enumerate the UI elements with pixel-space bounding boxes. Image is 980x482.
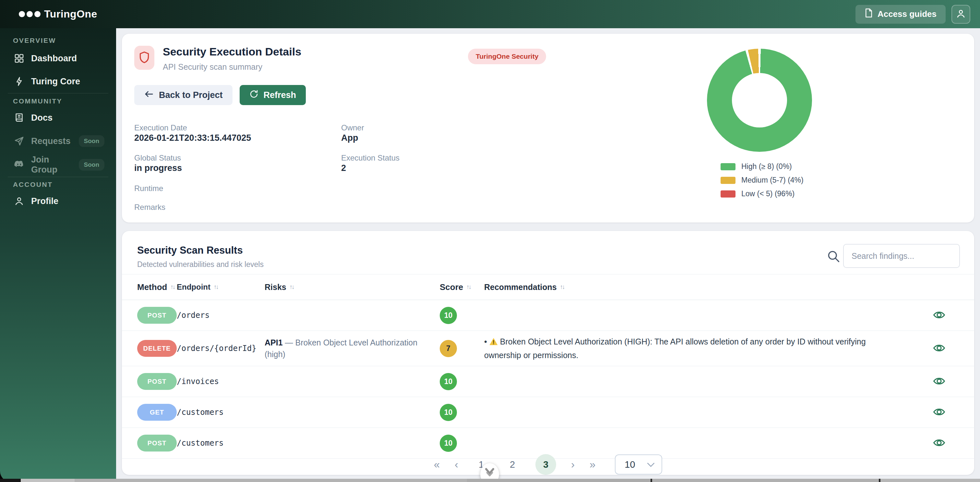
sidebar-divider [8, 93, 108, 94]
taskbar-segment [0, 479, 21, 482]
next-page-button[interactable]: › [571, 458, 574, 471]
taskbar-segment [880, 479, 980, 482]
risk-donut-chart [707, 49, 812, 152]
recommendations-cell [484, 377, 904, 386]
column-header-score[interactable]: Score↑↓ [440, 282, 484, 292]
access-guides-button[interactable]: Access guides [856, 5, 946, 24]
legend-label: Low (< 5) (96%) [741, 189, 794, 198]
refresh-button[interactable]: Refresh [240, 85, 306, 105]
logo-dot [19, 11, 25, 17]
sidebar-item-join-group[interactable]: Join Group Soon [9, 155, 109, 174]
sidebar-item-requests[interactable]: Requests Soon [9, 132, 109, 151]
eye-icon [933, 444, 946, 449]
score-badge: 7 [440, 340, 457, 357]
last-page-button[interactable]: » [590, 458, 595, 471]
endpoint-cell: /customers [177, 408, 265, 417]
column-header-endpoint[interactable]: Endpoint↑↓ [177, 283, 265, 292]
sidebar-item-turing-core[interactable]: Turing Core [9, 72, 109, 91]
column-label: Risks [265, 281, 286, 293]
column-header-recommendations[interactable]: Recommendations↑↓ [484, 281, 904, 293]
sidebar-section-overview: OVERVIEW [13, 37, 56, 45]
field-label: Runtime [134, 184, 163, 193]
back-button-label: Back to Project [159, 90, 223, 100]
column-label: Recommendations [484, 281, 557, 293]
search-icon [826, 249, 840, 265]
score-badge: 10 [440, 373, 457, 390]
access-guides-label: Access guides [878, 9, 937, 19]
risk-text: — Broken Object Level Authorization (hig… [265, 338, 417, 359]
document-icon [865, 8, 873, 20]
prev-page-button[interactable]: ‹ [455, 458, 458, 471]
soon-badge: Soon [79, 159, 105, 170]
top-bar: TuringOne Access guides [0, 0, 980, 28]
view-details-button[interactable] [931, 405, 948, 420]
sidebar-item-dashboard[interactable]: Dashboard [9, 49, 109, 68]
sidebar-divider [8, 177, 108, 177]
view-details-button[interactable] [931, 308, 948, 323]
column-header-method[interactable]: Method↑↓ [122, 282, 177, 292]
score-badge: 10 [440, 404, 457, 421]
table-row: DELETE /orders/{orderId} API1 — Broken O… [122, 331, 974, 366]
chart-legend: High (≥ 8) (0%) Medium (5-7) (4%) Low (<… [721, 162, 803, 198]
endpoint-cell: /orders [177, 311, 265, 320]
donut-hole [732, 73, 787, 127]
bullet: • [484, 337, 487, 346]
field-value-execution-status: 2 [341, 163, 346, 173]
view-details-button[interactable] [931, 374, 948, 389]
table-body: POST /orders 10 DELETE [122, 300, 974, 459]
sidebar-item-profile[interactable]: Profile [9, 192, 109, 210]
table-row: GET /customers 10 [122, 397, 974, 428]
legend-label: Medium (5-7) (4%) [741, 176, 803, 185]
person-icon [14, 196, 25, 206]
refresh-icon [250, 89, 258, 101]
view-details-button[interactable] [931, 341, 948, 356]
method-badge: POST [137, 307, 177, 324]
logo-dot [27, 11, 33, 17]
send-icon [14, 136, 25, 146]
legend-row-medium: Medium (5-7) (4%) [721, 176, 803, 185]
legend-swatch [721, 190, 735, 197]
field-value-owner: App [341, 133, 358, 143]
sidebar-item-docs[interactable]: Docs [9, 108, 109, 127]
person-icon [956, 8, 966, 20]
discord-icon [14, 160, 25, 170]
page-button-2[interactable]: 2 [504, 459, 520, 470]
sort-icon: ↑↓ [560, 281, 564, 293]
sidebar-item-label: Turing Core [31, 76, 80, 87]
first-page-button[interactable]: « [434, 458, 440, 471]
page-button-3-active[interactable]: 3 [535, 454, 556, 475]
sidebar-section-account: ACCOUNT [13, 181, 53, 188]
column-header-risks[interactable]: Risks↑↓ [265, 281, 440, 293]
results-title: Security Scan Results [137, 245, 243, 256]
risk-code: API1 [265, 338, 283, 347]
sort-icon: ↑↓ [290, 281, 294, 293]
legend-label: High (≥ 8) (0%) [741, 162, 792, 171]
main-content: Security Execution Details API Security … [116, 28, 980, 482]
method-badge: POST [137, 373, 177, 390]
recommendations-cell: •Broken Object Level Authorization (HIGH… [484, 331, 904, 366]
recommendations-cell [484, 311, 904, 320]
profile-menu-button[interactable] [951, 5, 970, 24]
sidebar-item-label: Requests [31, 136, 71, 146]
results-subtitle: Detected vulnerabilities and risk levels [137, 260, 264, 269]
score-badge: 10 [440, 435, 457, 452]
score-badge: 10 [440, 307, 457, 324]
page-size-value: 10 [625, 459, 635, 470]
back-to-project-button[interactable]: Back to Project [134, 85, 232, 105]
method-badge: GET [137, 404, 177, 421]
app-title: TuringOne [44, 8, 97, 20]
app-logo: TuringOne [19, 8, 97, 20]
search-input[interactable] [843, 244, 960, 268]
sidebar-item-label: Profile [31, 196, 58, 206]
risks-cell: API1 — Broken Object Level Authorization… [265, 337, 440, 360]
column-label: Score [440, 282, 463, 292]
endpoint-cell: /customers [177, 439, 265, 448]
view-details-button[interactable] [931, 436, 948, 450]
eye-icon [933, 316, 946, 321]
sort-icon: ↑↓ [170, 283, 175, 291]
column-label: Method [137, 282, 167, 292]
table-row: POST /invoices 10 [122, 366, 974, 397]
endpoint-cell: /orders/{orderId} [177, 344, 265, 353]
page-size-select[interactable]: 10 [615, 455, 662, 474]
sidebar-item-label: Docs [31, 113, 52, 123]
